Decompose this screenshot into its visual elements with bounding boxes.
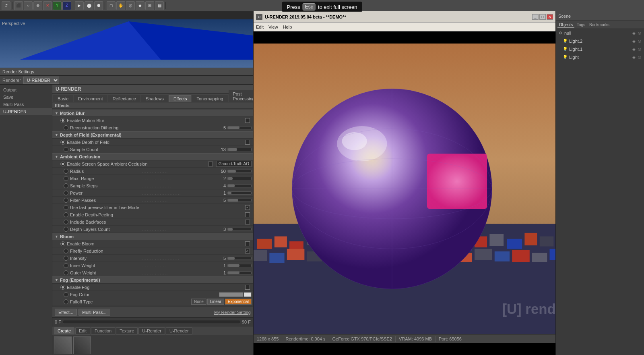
- intensity-radio[interactable]: [64, 256, 68, 261]
- filter-passes-radio[interactable]: [64, 198, 68, 203]
- falloff-linear-btn[interactable]: Linear: [207, 299, 224, 305]
- depth-layers-radio[interactable]: [64, 227, 68, 232]
- bottom-tab-function[interactable]: Function: [91, 327, 115, 334]
- window-minimize-btn[interactable]: _: [532, 14, 539, 20]
- depth-peeling-row[interactable]: Enable Depth-Peeling: [52, 211, 253, 218]
- enable-dof-checkbox[interactable]: [245, 140, 250, 145]
- firefly-checkbox[interactable]: ✓: [245, 249, 250, 253]
- fast-preview-radio[interactable]: [64, 205, 68, 210]
- renderer-select[interactable]: U-RENDER: [23, 77, 59, 84]
- multipass-button[interactable]: Multi-Pass...: [78, 309, 110, 316]
- tree-row-null[interactable]: ⊙ null ◉ ◎: [556, 29, 644, 37]
- toolbar-btn-z[interactable]: Z: [62, 1, 71, 10]
- light-eye2[interactable]: ◎: [637, 54, 642, 60]
- sample-count-slider[interactable]: [227, 148, 252, 151]
- window-menu-edit[interactable]: Edit: [256, 25, 264, 29]
- light1-eye2[interactable]: ◎: [637, 46, 642, 52]
- bottom-tab-urender2[interactable]: U-Render: [166, 327, 192, 334]
- scene-tab-bookmarks[interactable]: Bookmarks: [588, 22, 611, 27]
- bloom-header[interactable]: ▼ Bloom: [52, 233, 253, 240]
- radius-radio[interactable]: [64, 169, 68, 174]
- fog-color-row[interactable]: Fog Color: [52, 291, 253, 298]
- motion-blur-header[interactable]: ▼ Motion Blur: [52, 110, 253, 117]
- window-menu-view[interactable]: View: [268, 25, 278, 29]
- max-range-radio[interactable]: [64, 176, 68, 181]
- fast-preview-row[interactable]: Use fast preview-filter in Live-Mode ✓: [52, 204, 253, 211]
- toolbar-btn-12[interactable]: ⊞: [145, 1, 154, 10]
- reconstruction-dithering-row[interactable]: Reconstruction Dithering 5: [52, 124, 253, 131]
- intensity-row[interactable]: Intensity ....................... 5: [52, 255, 253, 262]
- effect-button[interactable]: Effect...: [55, 309, 77, 316]
- max-range-row[interactable]: Max. Range .................. 2: [52, 175, 253, 182]
- inner-weight-row[interactable]: Inner Weight ................ 1: [52, 262, 253, 269]
- reconstruction-dithering-radio[interactable]: [64, 125, 68, 130]
- max-range-slider[interactable]: [227, 177, 252, 180]
- my-render-setting[interactable]: My Render Setting: [214, 310, 251, 315]
- enable-bloom-row[interactable]: Enable Bloom: [52, 240, 253, 247]
- light2-eye[interactable]: ◉: [631, 38, 637, 44]
- null-eye2[interactable]: ◎: [637, 30, 642, 36]
- outer-weight-row[interactable]: Outer Weight ................ 1: [52, 269, 253, 276]
- tree-row-light2[interactable]: 💡 Light.2 ◉ ◎: [556, 37, 644, 45]
- effects-content[interactable]: ▼ Motion Blur Enable Motion Blur Reconst…: [52, 109, 253, 307]
- asset-thumb-2[interactable]: [73, 336, 91, 354]
- toolbar-undo[interactable]: ↺: [2, 1, 10, 10]
- light1-eye[interactable]: ◉: [631, 46, 637, 52]
- enable-motion-blur-radio[interactable]: [60, 118, 65, 123]
- falloff-none-btn[interactable]: None: [191, 299, 206, 305]
- fast-preview-checkbox[interactable]: ✓: [245, 205, 250, 210]
- falloff-exponential-btn[interactable]: Exponential: [225, 299, 252, 305]
- bottom-tab-urender1[interactable]: U-Render: [138, 327, 165, 334]
- scene-tab-tags[interactable]: Tags: [575, 22, 587, 27]
- falloff-type-row[interactable]: Falloff Type None Linear Exponential: [52, 298, 253, 305]
- scene-tab-objects[interactable]: Objects: [557, 22, 574, 28]
- sample-steps-row[interactable]: Sample Steps .................. 4: [52, 182, 253, 189]
- window-maximize-btn[interactable]: □: [539, 14, 546, 20]
- sample-count-row[interactable]: Sample Count 13: [52, 146, 253, 153]
- enable-ao-row[interactable]: Enable Screen Space Ambient Occlusion Gr…: [52, 160, 253, 168]
- toolbar-btn-8[interactable]: ◻: [107, 1, 116, 10]
- enable-dof-row[interactable]: Enable Depth of Field: [52, 139, 253, 146]
- outer-weight-slider[interactable]: [227, 271, 252, 274]
- tree-row-light1[interactable]: 💡 Light.1 ◉ ◎: [556, 45, 644, 53]
- null-eye[interactable]: ◉: [631, 30, 637, 36]
- depth-peeling-radio[interactable]: [64, 212, 68, 217]
- outer-weight-radio[interactable]: [64, 270, 68, 275]
- include-backfaces-radio[interactable]: [64, 220, 68, 224]
- toolbar-btn-5[interactable]: ▶: [75, 1, 84, 10]
- enable-fog-checkbox[interactable]: [245, 285, 250, 290]
- window-close-btn[interactable]: ✕: [547, 14, 553, 20]
- enable-bloom-checkbox[interactable]: [245, 241, 250, 246]
- enable-fog-row[interactable]: Enable Fog: [52, 284, 253, 291]
- reconstruction-dithering-slider[interactable]: [227, 126, 252, 129]
- rs-sidebar-urender[interactable]: U-RENDER: [0, 108, 52, 115]
- filter-passes-row[interactable]: Filter-Passes ................ 5: [52, 197, 253, 204]
- power-row[interactable]: Power ........................ 1: [52, 189, 253, 197]
- dof-header[interactable]: ▼ Depth of Field (Experimental): [52, 131, 253, 139]
- bottom-tab-edit[interactable]: Edit: [75, 327, 90, 334]
- filter-passes-slider[interactable]: [227, 199, 252, 202]
- power-radio[interactable]: [64, 191, 68, 195]
- tab-effects[interactable]: Effects: [169, 95, 191, 102]
- rs-sidebar-save[interactable]: Save: [0, 93, 52, 101]
- fog-header[interactable]: ▼ Fog (Experimental): [52, 276, 253, 284]
- tab-tonemapping[interactable]: Tonemapping: [192, 95, 227, 102]
- include-backfaces-checkbox[interactable]: [245, 220, 250, 224]
- toolbar-btn-10[interactable]: ◎: [126, 1, 135, 10]
- toolbar-btn-13[interactable]: ▦: [155, 1, 164, 10]
- firefly-radio[interactable]: [64, 249, 68, 253]
- enable-dof-radio[interactable]: [60, 140, 65, 145]
- toolbar-btn-1[interactable]: ⬛: [14, 1, 23, 10]
- sample-steps-slider[interactable]: [227, 184, 252, 187]
- rs-sidebar-output[interactable]: Output: [0, 86, 52, 93]
- power-slider[interactable]: [227, 191, 252, 195]
- toolbar-btn-9[interactable]: ✋: [116, 1, 125, 10]
- inner-weight-radio[interactable]: [64, 263, 68, 268]
- timeline-bar[interactable]: [63, 320, 240, 324]
- enable-fog-radio[interactable]: [60, 285, 65, 290]
- tab-postprocessing[interactable]: Post Processing: [229, 90, 253, 102]
- toolbar-btn-3[interactable]: ⊕: [33, 1, 42, 10]
- falloff-type-radio[interactable]: [64, 299, 68, 304]
- toolbar-btn-y[interactable]: Y: [53, 1, 62, 10]
- fog-color-swatch[interactable]: [219, 292, 243, 297]
